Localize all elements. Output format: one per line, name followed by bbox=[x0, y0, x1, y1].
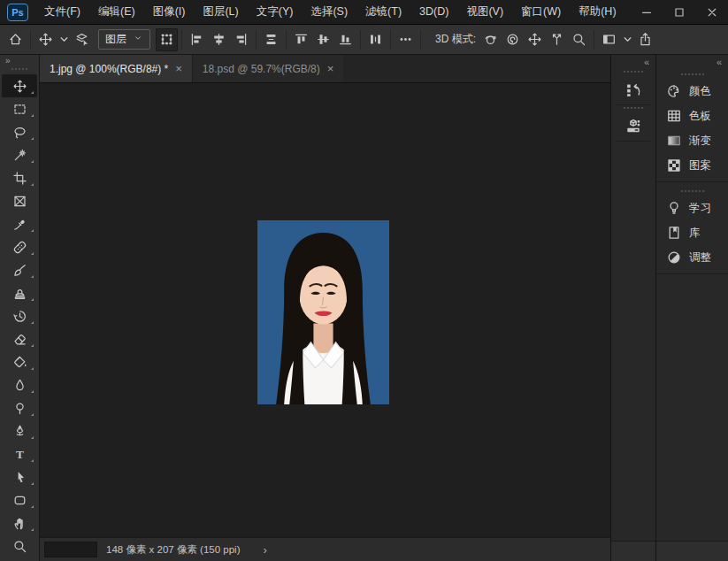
healing-brush-tool[interactable] bbox=[2, 235, 37, 258]
panel-tab-label: 调整 bbox=[689, 250, 711, 265]
panel-grip[interactable] bbox=[681, 73, 704, 75]
clone-stamp-tool[interactable] bbox=[2, 281, 37, 304]
3d-roll-icon[interactable] bbox=[502, 28, 524, 51]
brush-tool[interactable] bbox=[2, 258, 37, 281]
menu-item[interactable]: 编辑(E) bbox=[89, 0, 144, 24]
path-select-tool[interactable] bbox=[2, 465, 37, 488]
patterns-panel-icon bbox=[666, 158, 682, 173]
maximize-icon[interactable] bbox=[663, 0, 695, 24]
align-left-icon[interactable] bbox=[186, 28, 208, 51]
align-center-h-icon[interactable] bbox=[208, 28, 230, 51]
menu-item[interactable]: 图层(L) bbox=[194, 0, 247, 24]
healing-brush-tool-icon bbox=[12, 240, 27, 255]
eraser-tool[interactable] bbox=[2, 327, 37, 350]
menu-item[interactable]: 帮助(H) bbox=[570, 0, 625, 24]
menu-item[interactable]: 文件(F) bbox=[35, 0, 89, 24]
panel-tab[interactable]: 色板 bbox=[656, 104, 728, 128]
paint-bucket-tool[interactable] bbox=[2, 350, 37, 373]
crop-tool-icon bbox=[12, 171, 27, 186]
transform-controls-toggle[interactable] bbox=[156, 28, 178, 51]
eyedropper-tool[interactable] bbox=[2, 212, 37, 235]
menu-item[interactable]: 3D(D) bbox=[410, 0, 457, 24]
more-options-icon bbox=[398, 32, 413, 47]
lasso-tool[interactable] bbox=[2, 120, 37, 143]
marquee-tool[interactable] bbox=[2, 97, 37, 120]
crop-tool[interactable] bbox=[2, 166, 37, 189]
shape-tool-icon bbox=[12, 493, 27, 508]
panel-tab[interactable]: 图案 bbox=[656, 153, 728, 178]
layer-select-dropdown[interactable]: 图层 bbox=[98, 29, 150, 50]
menu-item[interactable]: 滤镜(T) bbox=[356, 0, 410, 24]
align-right-icon[interactable] bbox=[230, 28, 252, 51]
menu-item[interactable]: 文字(Y) bbox=[248, 0, 303, 24]
3d-zoom-icon[interactable] bbox=[568, 28, 590, 51]
tools-panel-grip[interactable] bbox=[11, 68, 27, 70]
distribute-v-button[interactable] bbox=[260, 28, 282, 51]
history-brush-tool-icon bbox=[12, 309, 27, 324]
properties-panel[interactable] bbox=[617, 111, 650, 142]
tab-close-icon[interactable]: × bbox=[327, 62, 334, 75]
screen-mode-button[interactable] bbox=[598, 28, 620, 51]
align-bottom-icon[interactable] bbox=[334, 28, 356, 51]
panel-grip[interactable] bbox=[624, 71, 643, 73]
magic-wand-tool-icon bbox=[12, 148, 27, 163]
menu-item[interactable]: 选择(S) bbox=[302, 0, 356, 24]
history-panel[interactable] bbox=[617, 75, 650, 105]
photo-layer[interactable] bbox=[257, 220, 389, 404]
tab-close-icon[interactable]: × bbox=[175, 62, 182, 75]
align-top-icon[interactable] bbox=[290, 28, 312, 51]
menu-item[interactable]: 图像(I) bbox=[144, 0, 195, 24]
close-icon[interactable] bbox=[695, 0, 728, 24]
photoshop-window: Ps 文件(F)编辑(E)图像(I)图层(L)文字(Y)选择(S)滤镜(T)3D… bbox=[0, 0, 728, 561]
document-tab[interactable]: 18.psd @ 59.7%(RGB/8) × bbox=[192, 55, 344, 82]
panel-group-2: 学习 库 调整 bbox=[656, 186, 728, 278]
right-panel-collapse-button[interactable]: « bbox=[656, 55, 728, 69]
more-options-button[interactable] bbox=[395, 28, 417, 51]
dodge-tool[interactable] bbox=[2, 396, 37, 419]
tools-panel-expand-button[interactable]: » bbox=[0, 55, 39, 67]
minimize-icon[interactable] bbox=[630, 0, 663, 24]
zoom-tool[interactable] bbox=[2, 534, 37, 557]
screen-mode-chevron-button[interactable] bbox=[620, 28, 634, 51]
panel-grip[interactable] bbox=[681, 190, 704, 192]
history-panel-icon bbox=[625, 81, 642, 99]
dropdown-chevron-icon bbox=[133, 33, 143, 46]
canvas[interactable] bbox=[40, 83, 610, 537]
layer-select-value: 图层 bbox=[105, 32, 126, 47]
panel-tab[interactable]: 库 bbox=[656, 220, 728, 245]
share-button[interactable] bbox=[634, 28, 656, 51]
history-brush-tool[interactable] bbox=[2, 304, 37, 327]
document-tab[interactable]: 1.jpg @ 100%(RGB/8#) * × bbox=[40, 55, 192, 82]
align-middle-icon[interactable] bbox=[312, 28, 334, 51]
learn-panel-icon bbox=[666, 200, 682, 216]
3d-slide-icon[interactable] bbox=[546, 28, 568, 51]
magic-wand-tool[interactable] bbox=[2, 143, 37, 166]
document-dimensions: 148 像素 x 207 像素 (150 ppi) bbox=[106, 543, 241, 557]
pen-tool[interactable] bbox=[2, 419, 37, 442]
panel-tab[interactable]: 调整 bbox=[656, 245, 728, 270]
zoom-level-input[interactable] bbox=[44, 542, 97, 557]
menu-item[interactable]: 窗口(W) bbox=[512, 0, 570, 24]
shape-tool[interactable] bbox=[2, 488, 37, 511]
hand-tool[interactable] bbox=[2, 511, 37, 534]
distribute-h-button[interactable] bbox=[364, 28, 387, 51]
collapsed-panels-collapse-button[interactable]: « bbox=[611, 55, 655, 69]
separator bbox=[181, 30, 182, 50]
panel-grip[interactable] bbox=[624, 107, 643, 109]
path-select-tool-icon bbox=[12, 470, 27, 485]
frame-tool[interactable] bbox=[2, 189, 37, 212]
auto-select-icon bbox=[74, 32, 89, 47]
type-tool[interactable]: T bbox=[2, 442, 37, 465]
home-button[interactable] bbox=[4, 28, 27, 51]
menu-item[interactable]: 视图(V) bbox=[457, 0, 512, 24]
brush-tool-icon bbox=[12, 263, 27, 278]
move-tool[interactable] bbox=[2, 74, 37, 97]
panel-tab[interactable]: 颜色 bbox=[656, 79, 728, 104]
move-tool-icon bbox=[12, 79, 27, 94]
blur-tool[interactable] bbox=[2, 373, 37, 396]
status-menu-chevron-icon[interactable]: › bbox=[264, 543, 267, 557]
3d-rotate-icon[interactable] bbox=[479, 28, 502, 51]
panel-tab[interactable]: 学习 bbox=[656, 196, 728, 220]
3d-pan-icon[interactable] bbox=[524, 28, 546, 51]
panel-tab[interactable]: 渐变 bbox=[656, 128, 728, 153]
